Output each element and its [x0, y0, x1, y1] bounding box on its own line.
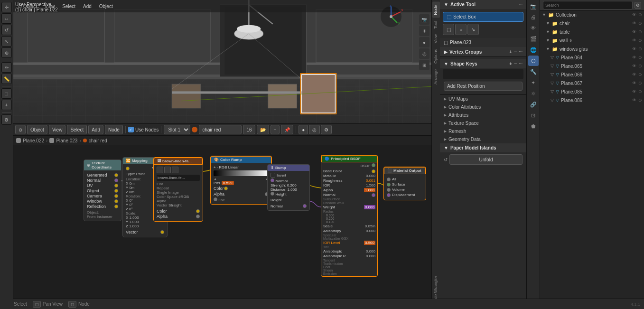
p066-restrict[interactable]: ⊙ — [638, 72, 642, 77]
node-tex-coord[interactable]: ⊙ Texture Coordinate Generated Normal UV — [84, 159, 121, 221]
ne-view-btn[interactable]: View — [49, 125, 66, 134]
prop-icon-view[interactable]: 👁 — [528, 23, 539, 33]
chair-restrict[interactable]: ⊙ — [638, 21, 642, 26]
outliner-p064-row[interactable]: ▽ ▽ Plane.064 👁 ⊙ — [540, 53, 644, 62]
bump-invert-check[interactable] — [271, 173, 275, 178]
prop-icon-physics[interactable]: ⚛ — [528, 88, 539, 99]
toolbar-rotate-btn[interactable]: ↺ — [1, 25, 12, 35]
p067-eye[interactable]: 👁 — [632, 81, 636, 85]
node-color-ramp[interactable]: 🎨 Color Ramp + - RGB Linear ▲▲ — [210, 156, 272, 205]
p086-eye[interactable]: 👁 — [632, 98, 636, 103]
remesh-item[interactable]: ▶ Remesh — [440, 127, 526, 135]
ne-new-btn[interactable]: + — [271, 125, 280, 134]
wall-eye[interactable]: 👁 — [632, 38, 636, 43]
geometry-data-item[interactable]: ▶ Geometry Data — [440, 135, 526, 143]
prop-icon-modifier[interactable]: 🔧 — [528, 66, 539, 77]
viewport-select-menu[interactable]: Select — [59, 3, 78, 10]
cr-ctrl-remove[interactable]: - — [217, 165, 218, 169]
prop-icon-render[interactable]: 📷 — [528, 1, 539, 11]
viewport-camera-btn[interactable]: 📷 — [419, 14, 429, 25]
toolbar-edit-btn[interactable]: ⚙ — [1, 114, 12, 125]
viewport-grid-btn[interactable]: ⊞ — [419, 60, 429, 70]
prop-icon-constraints[interactable]: 🔗 — [528, 99, 539, 110]
it-browse-btn[interactable] — [157, 167, 163, 173]
prop-icon-data[interactable]: ⊡ — [528, 110, 539, 121]
ne-mat-count-btn[interactable]: 16 — [243, 125, 255, 134]
outliner-p086-row[interactable]: ▽ ▽ Plane.086 👁 ⊙ — [540, 96, 644, 104]
p085-restrict[interactable]: ⊙ — [638, 89, 642, 94]
toolbar-cursor-btn[interactable]: ✛ — [1, 2, 12, 12]
active-tool-header[interactable]: ▼ Active Tool ··· — [440, 0, 526, 9]
bc-item-3[interactable]: chair red — [89, 138, 107, 143]
toolbar-measure-btn[interactable]: 📏 — [1, 74, 12, 84]
ne-node-btn[interactable]: Node — [105, 125, 123, 134]
prop-icon-output[interactable]: 🖨 — [528, 12, 539, 22]
wall-restrict[interactable]: ⊙ — [638, 38, 642, 43]
tool-lasso-icon[interactable]: ∿ — [467, 24, 479, 35]
cr-ctrl-add[interactable]: + — [214, 165, 216, 169]
outliner-p065-row[interactable]: ▽ ▽ Plane.065 👁 ⊙ — [540, 62, 644, 70]
prop-icon-scene[interactable]: 🎬 — [528, 34, 539, 44]
prop-icon-world[interactable]: 🌐 — [528, 45, 539, 55]
sk-section-header[interactable]: ▼ Shape Keys + − ··· — [440, 59, 526, 68]
node-editor-canvas[interactable]: ⊙ Texture Coordinate Generated Normal UV — [13, 145, 431, 309]
sk-plus-btn[interactable]: + — [509, 61, 512, 66]
ne-mat-view-btn[interactable]: ● — [299, 125, 308, 134]
viewport-3d[interactable]: ⊙ Object View Select Add Object User Per… — [13, 0, 431, 123]
tab-tool[interactable]: Tool — [432, 18, 440, 32]
ne-select-btn[interactable]: Select — [67, 125, 87, 134]
p067-restrict[interactable]: ⊙ — [638, 81, 642, 85]
it-new-btn[interactable] — [164, 167, 171, 173]
coll-eye[interactable]: 👁 — [632, 12, 636, 17]
select-box-btn[interactable]: ⬚ Select Box — [443, 12, 523, 22]
tab-view[interactable]: View — [432, 31, 440, 46]
ne-material-input[interactable] — [199, 125, 242, 134]
chair-eye[interactable]: 👁 — [632, 21, 636, 26]
axis-gizmo[interactable]: X Y Z — [379, 5, 403, 28]
cr-pos-val[interactable]: 0.529 — [222, 181, 234, 185]
bc-item-1[interactable]: Plane.022 — [23, 138, 44, 143]
node-image-tex[interactable]: 🖼 brown-linen-fa... brown-linen-fe... Fl… — [153, 157, 203, 222]
it-reload-btn[interactable] — [172, 167, 178, 173]
ne-slot-select[interactable]: Slot 1 — [164, 125, 190, 134]
viewport-render-btn[interactable]: ☀ — [419, 26, 429, 36]
tool-select-icon[interactable]: ⬚ — [443, 24, 454, 35]
p085-eye[interactable]: 👁 — [632, 89, 636, 94]
vg-minus-btn[interactable]: − — [514, 49, 517, 55]
p086-restrict[interactable]: ⊙ — [638, 98, 642, 103]
prop-icon-particles[interactable]: ✦ — [528, 77, 539, 88]
toolbar-scale-btn[interactable]: ⤡ — [1, 36, 12, 47]
viewport-add-menu[interactable]: Add — [80, 3, 94, 10]
paper-model-header[interactable]: ▼ Paper Model Islands — [440, 143, 526, 152]
outliner-search[interactable] — [543, 1, 633, 9]
tab-node[interactable]: Node — [432, 2, 440, 18]
prop-icon-object[interactable]: ⬡ — [528, 56, 539, 66]
texture-space-item[interactable]: ▶ Texture Space — [440, 119, 526, 127]
sk-minus-btn[interactable]: − — [514, 61, 517, 66]
p065-eye[interactable]: 👁 — [632, 64, 636, 68]
outliner-collection-row[interactable]: ▼ 📁 Collection 👁 ⊙ — [540, 10, 644, 19]
viewport-overlay-btn[interactable]: ◎ — [419, 48, 429, 59]
ne-browse-btn[interactable]: 📂 — [257, 125, 269, 134]
p065-restrict[interactable]: ⊙ — [638, 64, 642, 68]
tab-arrange[interactable]: Arrange — [432, 66, 440, 87]
toolbar-box-btn[interactable]: □ — [1, 88, 12, 99]
toolbar-move-btn[interactable]: ↔ — [1, 13, 12, 24]
p064-restrict[interactable]: ⊙ — [638, 55, 642, 60]
vg-plus-btn[interactable]: + — [509, 49, 512, 55]
ne-snap-btn[interactable]: ⚙ — [321, 125, 332, 134]
wg-restrict[interactable]: ⊙ — [638, 47, 642, 51]
unfold-btn[interactable]: Unfold — [449, 154, 523, 165]
node-bump[interactable]: ⬆ Bump Invert Normal Strength: 0.200 — [267, 164, 310, 211]
uv-maps-item[interactable]: ▶ UV Maps — [440, 95, 526, 103]
tab-options[interactable]: Options — [432, 46, 440, 66]
bc-item-2[interactable]: Plane.023 — [56, 138, 77, 143]
outliner-filter-btn[interactable]: ⚙ — [635, 2, 641, 9]
outliner-p066-row[interactable]: ▽ ▽ Plane.066 👁 ⊙ — [540, 70, 644, 79]
prop-icon-material[interactable]: ⬟ — [528, 121, 539, 131]
ne-add-btn[interactable]: Add — [88, 125, 103, 134]
outliner-wall-row[interactable]: ▼ 📁 wall 9 👁 ⊙ — [540, 36, 644, 45]
outliner-chair-row[interactable]: ▼ 📁 chair 👁 ⊙ — [540, 19, 644, 28]
toolbar-annotate-btn[interactable]: ✏ — [1, 62, 12, 73]
p066-eye[interactable]: 👁 — [632, 72, 636, 77]
